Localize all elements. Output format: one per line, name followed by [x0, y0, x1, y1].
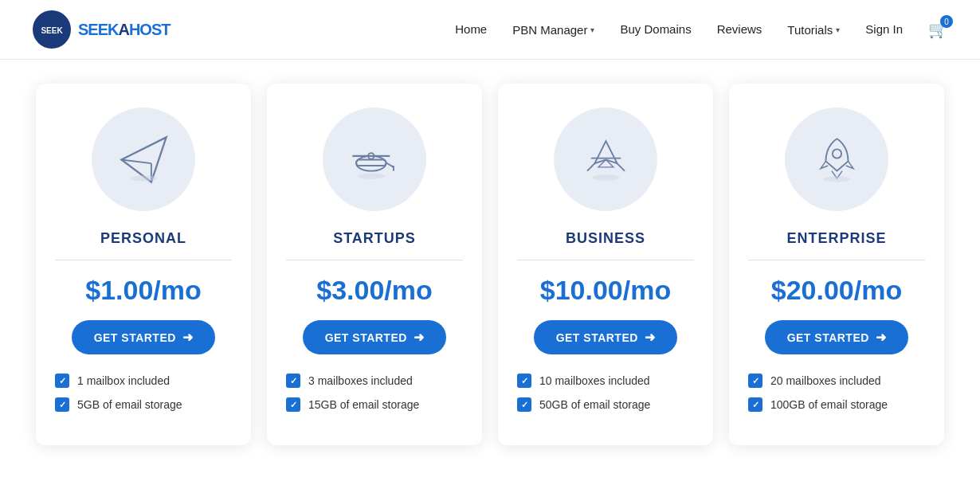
- feature-item: ✓ 100GB of email storage: [748, 397, 925, 412]
- check-icon: ✓: [286, 397, 300, 412]
- plan-name-startups: STARTUPS: [333, 230, 416, 247]
- chevron-down-icon: ▾: [590, 25, 594, 34]
- feature-text: 15GB of email storage: [308, 398, 419, 411]
- check-icon: ✓: [55, 374, 69, 388]
- navigation: SEEK SEEKAHOST Home PBN Manager ▾ Buy Do…: [0, 0, 980, 60]
- feature-item: ✓ 10 mailboxes included: [517, 374, 694, 388]
- helicopter-icon: [323, 108, 426, 211]
- plane-icon: [554, 108, 657, 211]
- svg-point-5: [130, 175, 157, 182]
- feature-text: 1 mailbox included: [77, 374, 170, 387]
- feature-item: ✓ 15GB of email storage: [286, 397, 463, 412]
- check-icon: ✓: [517, 397, 531, 412]
- features-list-enterprise: ✓ 20 mailboxes included ✓ 100GB of email…: [748, 374, 925, 421]
- feature-item: ✓ 5GB of email storage: [55, 397, 232, 412]
- button-label: GET STARTED: [556, 331, 638, 344]
- nav-buy-domains[interactable]: Buy Domains: [620, 22, 691, 36]
- get-started-button-enterprise[interactable]: GET STARTED ➜: [765, 320, 909, 354]
- arrow-icon: ➜: [414, 330, 425, 345]
- svg-point-12: [357, 173, 384, 179]
- nav-pbn-manager[interactable]: PBN Manager ▾: [512, 23, 594, 37]
- svg-point-15: [823, 176, 850, 182]
- feature-item: ✓ 50GB of email storage: [517, 397, 694, 412]
- plan-divider: [55, 260, 232, 260]
- button-label: GET STARTED: [94, 331, 176, 344]
- nav-links: Home PBN Manager ▾ Buy Domains Reviews T…: [455, 20, 948, 39]
- pricing-section: PERSONAL $1.00/mo GET STARTED ➜ ✓ 1 mail…: [0, 60, 980, 477]
- plan-name-personal: PERSONAL: [100, 230, 186, 247]
- chevron-down-icon: ▾: [836, 25, 840, 34]
- feature-text: 20 mailboxes included: [770, 374, 881, 387]
- nav-tutorials[interactable]: Tutorials ▾: [787, 23, 840, 37]
- plan-card-startups: STARTUPS $3.00/mo GET STARTED ➜ ✓ 3 mail…: [267, 84, 482, 445]
- feature-item: ✓ 20 mailboxes included: [748, 374, 925, 388]
- svg-line-10: [386, 162, 393, 167]
- plan-card-enterprise: ENTERPRISE $20.00/mo GET STARTED ➜ ✓ 20 …: [729, 84, 944, 445]
- arrow-icon: ➜: [645, 330, 656, 345]
- button-label: GET STARTED: [325, 331, 407, 344]
- plan-card-personal: PERSONAL $1.00/mo GET STARTED ➜ ✓ 1 mail…: [36, 84, 251, 445]
- arrow-icon: ➜: [182, 330, 194, 345]
- plan-price-startups: $3.00/mo: [316, 275, 433, 306]
- check-icon: ✓: [748, 397, 762, 412]
- plan-price-business: $10.00/mo: [540, 275, 671, 306]
- check-icon: ✓: [286, 374, 300, 388]
- cart-button[interactable]: 🛒 0: [928, 20, 948, 39]
- feature-text: 100GB of email storage: [770, 398, 888, 411]
- plan-name-enterprise: ENTERPRISE: [786, 230, 886, 247]
- plan-price-enterprise: $20.00/mo: [771, 275, 902, 306]
- nav-reviews[interactable]: Reviews: [717, 22, 762, 36]
- feature-text: 50GB of email storage: [539, 398, 650, 411]
- plan-divider: [517, 260, 694, 260]
- sign-in-link[interactable]: Sign In: [865, 22, 903, 36]
- svg-point-13: [592, 174, 619, 181]
- plan-card-business: BUSINESS $10.00/mo GET STARTED ➜ ✓ 10 ma…: [498, 84, 713, 445]
- get-started-button-startups[interactable]: GET STARTED ➜: [303, 320, 447, 354]
- plan-divider: [286, 260, 463, 260]
- svg-rect-7: [356, 159, 386, 166]
- button-label: GET STARTED: [787, 331, 869, 344]
- feature-item: ✓ 1 mailbox included: [55, 374, 232, 388]
- nav-home[interactable]: Home: [455, 22, 487, 36]
- get-started-button-personal[interactable]: GET STARTED ➜: [72, 320, 216, 354]
- svg-point-14: [832, 149, 841, 158]
- logo[interactable]: SEEK SEEKAHOST: [32, 10, 170, 49]
- arrow-icon: ➜: [876, 330, 887, 345]
- check-icon: ✓: [517, 374, 531, 388]
- feature-text: 10 mailboxes included: [539, 374, 650, 387]
- rocket-icon: [785, 108, 888, 211]
- check-icon: ✓: [748, 374, 762, 388]
- feature-text: 3 mailboxes included: [308, 374, 413, 387]
- plan-name-business: BUSINESS: [566, 230, 645, 247]
- feature-text: 5GB of email storage: [77, 398, 182, 411]
- plan-divider: [748, 260, 925, 260]
- cart-badge: 0: [940, 15, 953, 28]
- plan-price-personal: $1.00/mo: [85, 275, 202, 306]
- paper-plane-icon: [92, 108, 195, 211]
- svg-text:SEEK: SEEK: [41, 26, 63, 35]
- feature-item: ✓ 3 mailboxes included: [286, 374, 463, 388]
- features-list-personal: ✓ 1 mailbox included ✓ 5GB of email stor…: [55, 374, 232, 421]
- features-list-startups: ✓ 3 mailboxes included ✓ 15GB of email s…: [286, 374, 463, 421]
- features-list-business: ✓ 10 mailboxes included ✓ 50GB of email …: [517, 374, 694, 421]
- check-icon: ✓: [55, 397, 69, 412]
- get-started-button-business[interactable]: GET STARTED ➜: [534, 320, 678, 354]
